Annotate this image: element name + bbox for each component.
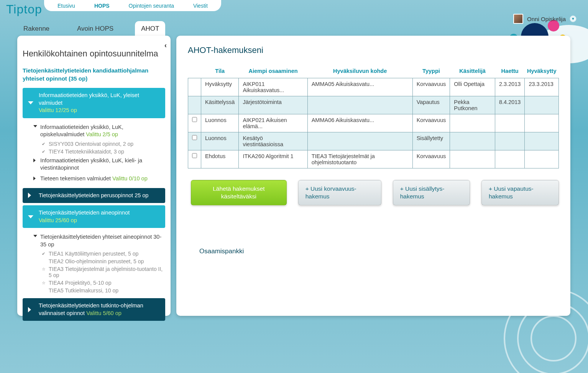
new-sisallytys-button[interactable]: + Uusi sisällytys-hakemus	[393, 180, 470, 205]
cell-tyyppi: Vapautus	[412, 96, 450, 114]
chevron-right-icon	[33, 177, 36, 180]
cell-tyyppi: Korvaavuus	[412, 114, 450, 132]
cell-tila: Luonnos	[201, 114, 239, 132]
table-row[interactable]: LuonnosKesätyö viestintäasioissaSisällyt…	[188, 132, 559, 150]
cell-kohde: AMMA05 Aikuiskasvatu...	[307, 78, 412, 96]
table-row[interactable]: KäsittelyssäJärjestötoimintaVapautusPekk…	[188, 96, 559, 114]
table-row[interactable]: HyväksyttyAIKP011 Aikuiskasvatus...AMMA0…	[188, 78, 559, 96]
course-label: TIEA5 Tutkielmakurssi, 10 op	[49, 287, 118, 294]
chevron-down-icon[interactable]: ▼	[570, 15, 577, 22]
osaamispankki-heading: Osaamispankki	[188, 248, 559, 255]
course-label: TIEA1 Käyttöliittymien perusteet, 5 op	[49, 251, 138, 257]
tree: Informaatiotieteiden yksikkö, LuK, opisk…	[23, 120, 165, 186]
cell-hyv: 23.3.2013	[525, 78, 559, 96]
group-valinnaiset[interactable]: Tietojenkäsittelytieteiden tutkinto-ohje…	[23, 298, 165, 321]
cell-haettu	[495, 114, 524, 132]
cell-kasit: Olli Opettaja	[450, 78, 495, 96]
col-tyyppi[interactable]: Tyyppi	[412, 65, 450, 78]
node-opiskeluvalmiudet[interactable]: Informaatiotieteiden yksikkö, LuK, opisk…	[32, 122, 165, 140]
col-aiempi[interactable]: Aiempi osaaminen	[239, 65, 307, 78]
col-kasittelija[interactable]: Käsittelijä	[450, 65, 495, 78]
nav-hops[interactable]: HOPS	[94, 3, 110, 9]
course-label: TIEA4 Projektityö, 5-10 op	[49, 280, 111, 286]
nav-opintojen-seuranta[interactable]: Opintojen seuranta	[129, 3, 174, 9]
node-tieteen-tekemisen[interactable]: Tieteen tekemisen valmiudet Valittu 0/10…	[32, 173, 165, 184]
node-yhteiset-aineopinnot[interactable]: Tietojenkäsittelytieteiden yhteiset aine…	[32, 232, 165, 250]
cell-kasit	[450, 150, 495, 168]
nav-viestit[interactable]: Viestit	[193, 3, 208, 9]
row-checkbox-cell	[188, 114, 201, 132]
group-aineopinnot[interactable]: Tietojenkäsittelytieteiden aineopinnot V…	[23, 205, 165, 228]
col-hyvaksytty[interactable]: Hyväksytty	[525, 65, 559, 78]
cell-hyv	[525, 132, 559, 150]
group-label: Informaatiotieteiden yksikkö, LuK, yleis…	[39, 92, 139, 106]
tab-rakenne[interactable]: Rakenne	[17, 21, 56, 36]
col-checkbox	[188, 65, 201, 78]
course-item[interactable]: ✔SISYY003 Orientoivat opinnot, 2 op	[39, 140, 165, 148]
chevron-down-icon	[28, 215, 33, 218]
row-checkbox[interactable]	[192, 135, 197, 140]
row-checkbox[interactable]	[192, 117, 197, 122]
right-panel: AHOT-hakemukseni Tila Aiempi osaaminen H…	[176, 36, 570, 316]
course-label: TIEA3 Tietojärjestelmät ja ohjelmisto-tu…	[49, 266, 163, 278]
right-panel-title: AHOT-hakemukseni	[188, 45, 559, 55]
cell-kohde: AMMA06 Aikuiskasvatu...	[307, 114, 412, 132]
table-row[interactable]: LuonnosAIKP021 Aikuisen elämä...AMMA06 A…	[188, 114, 559, 132]
star-icon: ☆	[42, 281, 46, 286]
cell-kasit	[450, 132, 495, 150]
new-korvaavuus-button[interactable]: + Uusi korvaavuus-hakemus	[298, 180, 381, 205]
cell-hyv	[525, 96, 559, 114]
cell-aiempi: AIKP011 Aikuiskasvatus...	[239, 78, 307, 96]
collapse-left-icon[interactable]: ‹	[164, 41, 167, 50]
course-item[interactable]: ☆TIEA3 Tietojärjestelmät ja ohjelmisto-t…	[39, 265, 165, 279]
group-sub: Valittu 12/25 op	[39, 107, 77, 113]
nav-etusivu[interactable]: Etusivu	[57, 3, 75, 9]
chevron-down-icon	[33, 235, 37, 237]
cell-haettu	[495, 132, 524, 150]
course-item[interactable]: ☆TIEA4 Projektityö, 5-10 op	[39, 279, 165, 287]
cell-aiempi: ITKA260 Algoritmit 1	[239, 150, 307, 168]
cell-aiempi: Kesätyö viestintäasioissa	[239, 132, 307, 150]
check-icon: ✔	[42, 149, 45, 154]
course-label: TIEY4 Tietotekniikkataidot, 3 op	[49, 149, 124, 155]
col-kohde[interactable]: Hyväksiluvun kohde	[307, 65, 412, 78]
user-box[interactable]: Onni Opiskelija ▼	[513, 14, 577, 24]
sub-tabs: Rakenne Avoin HOPS AHOT	[17, 21, 165, 36]
cell-hyv	[525, 114, 559, 132]
course-label: TIEA2 Olio-ohjelmoinnin perusteet, 5 op	[49, 258, 144, 264]
table-row[interactable]: EhdotusITKA260 Algoritmit 1TIEA3 Tietojä…	[188, 150, 559, 168]
col-haettu[interactable]: Haettu	[495, 65, 524, 78]
group-sub: Valittu 25/60 op	[39, 217, 77, 223]
cell-tila: Luonnos	[201, 132, 239, 150]
new-vapautus-button[interactable]: + Uusi vapautus-hakemus	[481, 180, 559, 205]
cell-tyyppi: Korvaavuus	[412, 150, 450, 168]
node-sub: Valittu 0/10 op	[112, 175, 148, 182]
node-label: Tietojenkäsittelytieteiden yhteiset aine…	[40, 234, 161, 248]
cell-tyyppi: Korvaavuus	[412, 78, 450, 96]
header: Tiptop Etusivu HOPS Opintojen seuranta V…	[0, 0, 588, 23]
course-item[interactable]: TIEA5 Tutkielmakurssi, 10 op	[39, 287, 165, 294]
submit-button[interactable]: Lähetä hakemukset käsiteltäväksi	[191, 180, 287, 205]
course-item[interactable]: TIEA2 Olio-ohjelmoinnin perusteet, 5 op	[39, 257, 165, 265]
group-yleiset-valmiudet[interactable]: Informaatiotieteiden yksikkö, LuK, yleis…	[23, 88, 165, 118]
course-item[interactable]: ✔TIEY4 Tietotekniikkataidot, 3 op	[39, 148, 165, 155]
tab-avoin-hops[interactable]: Avoin HOPS	[71, 21, 120, 36]
node-label: Informaatiotieteiden yksikkö, LuK, kieli…	[40, 157, 142, 171]
cell-hyv	[525, 150, 559, 168]
cell-aiempi: AIKP021 Aikuisen elämä...	[239, 114, 307, 132]
chevron-down-icon	[33, 125, 37, 127]
cell-kohde: TIEA3 Tietojärjestelmät ja ohjelmistotuo…	[307, 150, 412, 168]
node-kieli-viestinta[interactable]: Informaatiotieteiden yksikkö, LuK, kieli…	[32, 155, 165, 173]
course-item[interactable]: ✔TIEA1 Käyttöliittymien perusteet, 5 op	[39, 250, 165, 257]
action-buttons: Lähetä hakemukset käsiteltäväksi + Uusi …	[188, 180, 559, 205]
cell-tyyppi: Sisällytetty	[412, 132, 450, 150]
tab-ahot[interactable]: AHOT	[135, 21, 165, 36]
cell-kasit: Pekka Putkonen	[450, 96, 495, 114]
group-perusopinnot[interactable]: Tietojenkäsittelytieteiden perusopinnot …	[23, 188, 165, 203]
row-checkbox-cell	[188, 78, 201, 96]
cell-tila: Ehdotus	[201, 150, 239, 168]
node-sub: Valittu 2/5 op	[86, 131, 118, 137]
col-tila[interactable]: Tila	[201, 65, 239, 78]
group-sub: Valittu 5/60 op	[86, 310, 122, 316]
row-checkbox[interactable]	[192, 153, 197, 158]
